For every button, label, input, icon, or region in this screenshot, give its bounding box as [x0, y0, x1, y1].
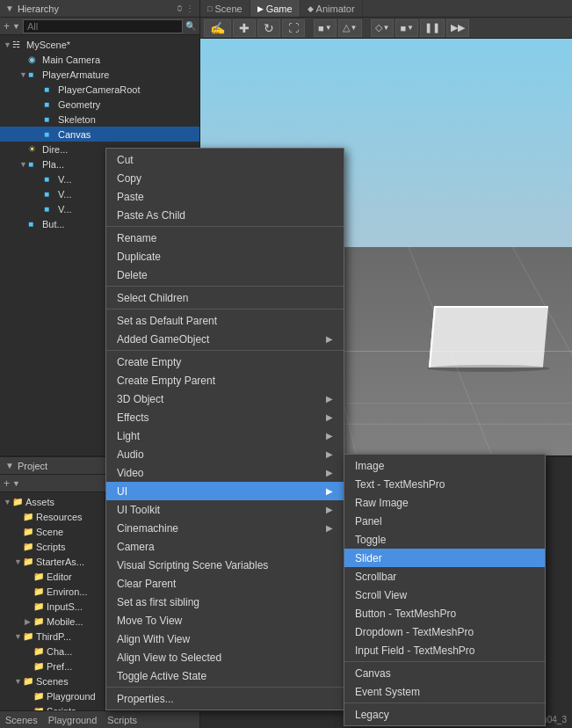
ctx-item-added-gameobject[interactable]: Added GameObject ▶: [106, 330, 344, 348]
scene-view-btn4[interactable]: ■ ▼: [395, 19, 418, 37]
submenu-item-legacy[interactable]: Legacy: [344, 705, 545, 724]
ctx-item-light[interactable]: Light ▶: [106, 426, 344, 445]
ctx-item-cinemachine[interactable]: Cinemachine ▶: [106, 519, 344, 537]
submenu-item-event-system[interactable]: Event System: [344, 682, 545, 701]
ctx-item-create-empty[interactable]: Create Empty: [106, 353, 344, 371]
scene-view-btn5[interactable]: ❚❚: [420, 19, 445, 37]
ctx-item-select-children[interactable]: Select Children: [106, 288, 344, 307]
tab-animator[interactable]: ◆ Animator: [300, 0, 363, 17]
ctx-item-paste-as-child[interactable]: Paste As Child: [106, 206, 344, 224]
hierarchy-lock-icon[interactable]: ⧮: [177, 4, 182, 13]
hierarchy-menu-icon[interactable]: ⋮: [185, 4, 194, 13]
ui-toolkit-label: UI Toolkit: [117, 504, 160, 516]
ctx-item-video[interactable]: Video ▶: [106, 463, 344, 482]
submenu-item-panel[interactable]: Panel: [344, 512, 545, 530]
submenu-arrow-cinemachine: ▶: [326, 523, 333, 533]
ctx-item-visual-scripting[interactable]: Visual Scripting Scene Variables: [106, 556, 344, 574]
project-folder-thirdp[interactable]: ▼ 📁 ThirdP...: [0, 629, 105, 644]
submenu-item-text-textmeshpro[interactable]: Text - TextMeshPro: [344, 475, 545, 493]
hierarchy-item-playercameraroot[interactable]: ■ PlayerCameraRoot: [0, 82, 199, 97]
project-tree: ▼ 📁 Assets 📁 Resources 📁 Scene 📁 Scripts: [0, 492, 105, 710]
scene-view-btn2[interactable]: △ ▼: [338, 19, 362, 37]
submenu-item-scroll-view[interactable]: Scroll View: [344, 586, 545, 604]
dropdown-arrow3: ▼: [383, 24, 390, 32]
footer-tab-scripts[interactable]: Scripts: [105, 715, 139, 725]
project-folder-starteras[interactable]: ▼ 📁 StarterAs...: [0, 554, 105, 569]
add-arrow[interactable]: ▼: [12, 479, 20, 488]
project-folder-playground[interactable]: 📁 Playground: [0, 688, 105, 703]
move-tool-btn[interactable]: ✚: [233, 19, 256, 37]
submenu-item-dropdown-textmeshpro[interactable]: Dropdown - TextMeshPro: [344, 622, 545, 641]
plus-icon[interactable]: +: [4, 20, 10, 33]
search-input[interactable]: [23, 19, 183, 33]
set-default-parent-label: Set as Default Parent: [117, 315, 217, 327]
ctx-item-create-empty-parent[interactable]: Create Empty Parent: [106, 371, 344, 389]
project-folder-scenes[interactable]: ▼ 📁 Scenes: [0, 673, 105, 688]
scene-view-btn6[interactable]: ▶▶: [446, 19, 469, 37]
ctx-item-rename[interactable]: Rename: [106, 229, 344, 247]
event-system-label: Event System: [355, 686, 420, 698]
footer-tab-scenes[interactable]: Scenes: [4, 715, 40, 725]
hierarchy-item-geometry[interactable]: ■ Geometry: [0, 97, 199, 112]
ctx-item-toggle-active[interactable]: Toggle Active State: [106, 666, 344, 685]
align-with-view-label: Align With View: [117, 633, 190, 645]
add-button[interactable]: +: [4, 477, 10, 490]
scene-view-btn1[interactable]: ■ ▼: [314, 19, 337, 37]
ctx-item-camera[interactable]: Camera: [106, 537, 344, 556]
ctx-item-delete[interactable]: Delete: [106, 266, 344, 284]
hand-tool-btn[interactable]: ✍: [204, 19, 231, 37]
arrow-icon[interactable]: ▼: [12, 22, 20, 31]
project-folder-scripts[interactable]: 📁 Scripts: [0, 539, 105, 554]
submenu-item-raw-image[interactable]: Raw Image: [344, 493, 545, 512]
button-textmeshpro-label: Button - TextMeshPro: [355, 608, 456, 620]
hierarchy-item-canvas[interactable]: ■ Canvas: [0, 127, 199, 142]
ctx-item-move-to-view[interactable]: Move To View: [106, 611, 344, 630]
project-assets-root[interactable]: ▼ 📁 Assets: [0, 494, 105, 509]
hierarchy-item-maincamera[interactable]: ◉ Main Camera: [0, 52, 199, 67]
hierarchy-item-skeleton[interactable]: ■ Skeleton: [0, 112, 199, 127]
search-icon[interactable]: 🔍: [185, 21, 196, 31]
scene-view-btn3[interactable]: ◇ ▼: [371, 19, 395, 37]
ctx-item-effects[interactable]: Effects ▶: [106, 408, 344, 426]
submenu-item-toggle[interactable]: Toggle: [344, 530, 545, 549]
submenu-item-scrollbar[interactable]: Scrollbar: [344, 567, 545, 586]
ctx-item-clear-parent[interactable]: Clear Parent: [106, 574, 344, 593]
ctx-item-paste[interactable]: Paste: [106, 187, 344, 206]
scale-tool-btn[interactable]: ⛶: [282, 19, 305, 37]
ctx-item-copy[interactable]: Copy: [106, 169, 344, 187]
ctx-item-properties[interactable]: Properties...: [106, 689, 344, 708]
hierarchy-collapse-icon[interactable]: ▼: [5, 4, 14, 13]
project-folder-inputs[interactable]: 📁 InputS...: [0, 599, 105, 614]
ctx-item-cut[interactable]: Cut: [106, 150, 344, 169]
submenu-item-slider[interactable]: Slider: [344, 549, 545, 567]
hierarchy-item-myscene[interactable]: ▼ ☵ MyScene*: [0, 37, 199, 52]
hierarchy-item-playerarmature[interactable]: ▼ ■ PlayerArmature: [0, 67, 199, 82]
submenu-item-canvas[interactable]: Canvas: [344, 664, 545, 682]
ctx-item-duplicate[interactable]: Duplicate: [106, 247, 344, 266]
ctx-item-align-view-to-selected[interactable]: Align View to Selected: [106, 648, 344, 666]
tab-game[interactable]: ▶ Game: [250, 0, 300, 17]
project-folder-scripts2[interactable]: 📁 Scripts: [0, 703, 105, 710]
project-folder-resources[interactable]: 📁 Resources: [0, 509, 105, 524]
project-folder-environ[interactable]: 📁 Environ...: [0, 584, 105, 599]
ctx-item-set-first-sibling[interactable]: Set as first sibling: [106, 593, 344, 611]
submenu-item-button-textmeshpro[interactable]: Button - TextMeshPro: [344, 604, 545, 622]
create-empty-label: Create Empty: [117, 356, 181, 368]
project-folder-pref[interactable]: 📁 Pref...: [0, 659, 105, 673]
project-folder-scene[interactable]: 📁 Scene: [0, 524, 105, 539]
ctx-item-3d-object[interactable]: 3D Object ▶: [106, 389, 344, 408]
submenu-item-image[interactable]: Image: [344, 456, 545, 475]
ctx-item-align-with-view[interactable]: Align With View: [106, 630, 344, 648]
project-folder-cha[interactable]: 📁 Cha...: [0, 644, 105, 659]
rotate-tool-btn[interactable]: ↻: [257, 19, 280, 37]
project-folder-editor[interactable]: 📁 Editor: [0, 569, 105, 584]
footer-tab-playground[interactable]: Playground: [47, 715, 99, 725]
tab-scene[interactable]: □ Scene: [200, 0, 250, 17]
ctx-item-audio[interactable]: Audio ▶: [106, 445, 344, 463]
ctx-item-ui[interactable]: UI ▶: [106, 482, 344, 500]
project-collapse-icon[interactable]: ▼: [5, 461, 14, 470]
ctx-item-ui-toolkit[interactable]: UI Toolkit ▶: [106, 500, 344, 519]
submenu-item-input-field-textmeshpro[interactable]: Input Field - TextMeshPro: [344, 641, 545, 659]
ctx-item-set-default-parent[interactable]: Set as Default Parent: [106, 311, 344, 330]
project-folder-mobile[interactable]: ▶ 📁 Mobile...: [0, 614, 105, 629]
